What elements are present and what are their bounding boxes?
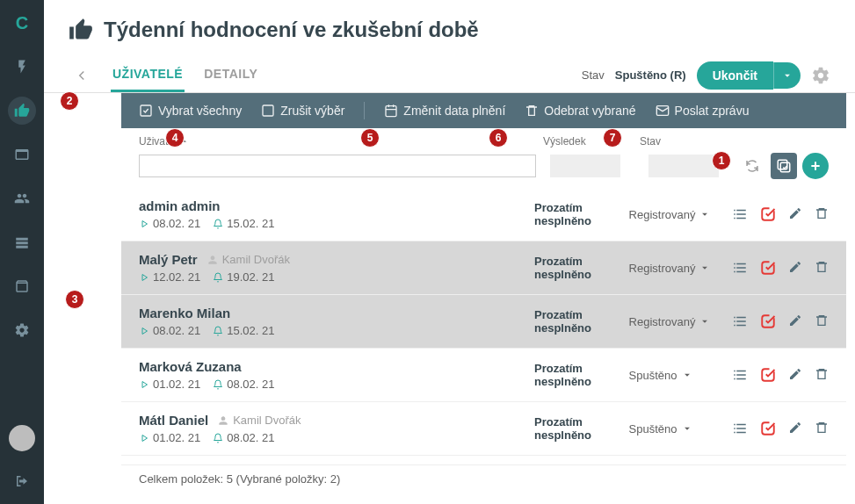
footer-summary: Celkem položek: 5 (Vybrané položky: 2) (121, 464, 846, 493)
change-dates-label: Změnit data plnění (403, 104, 505, 118)
row-actions (732, 260, 829, 276)
check-icon[interactable] (760, 206, 776, 222)
subheader: UŽIVATELÉ DETAILY Stav Spuštěno (R) Ukon… (44, 53, 855, 93)
delete-icon[interactable] (815, 313, 829, 329)
edit-icon[interactable] (788, 421, 802, 436)
row-main: Marková Zuzana 01.02. 21 08.02. 21 (139, 359, 534, 391)
select-all-label: Vybrat všechny (158, 104, 242, 118)
sidebar-item-bolt[interactable] (8, 53, 36, 81)
tabs: UŽIVATELÉ DETAILY (111, 58, 259, 92)
svg-rect-2 (386, 106, 396, 117)
deselect-button[interactable]: Zrušit výběr (261, 104, 344, 118)
user-row[interactable]: Marková Zuzana 01.02. 21 08.02. 21 Proza… (121, 349, 846, 402)
end-button-group: Ukončit (697, 61, 801, 90)
action-toolbar: Vybrat všechny Zrušit výběr Změnit data … (121, 93, 846, 128)
svg-rect-1 (263, 105, 273, 116)
check-icon[interactable] (760, 367, 776, 383)
marker-6: 6 (489, 128, 508, 148)
delete-icon[interactable] (815, 421, 829, 436)
start-date: 12.02. 21 (139, 270, 200, 284)
row-result: Prozatímnesplněno (534, 415, 629, 442)
add-button[interactable] (802, 153, 829, 179)
send-message-button[interactable]: Poslat zprávu (656, 104, 750, 118)
row-dates: 12.02. 21 19.02. 21 (139, 270, 534, 284)
list-icon[interactable] (732, 206, 748, 222)
state-filter-dropdown[interactable] (648, 155, 719, 177)
sidebar-item-gear[interactable] (8, 316, 36, 344)
list-icon[interactable] (732, 421, 748, 436)
row-state-dropdown[interactable]: Spuštěno (629, 369, 732, 382)
column-headers: Uživatel Výsledek Stav (121, 128, 846, 149)
reminder-date: 19.02. 21 (213, 270, 274, 284)
sidebar-item-users[interactable] (8, 184, 36, 212)
check-icon[interactable] (760, 421, 776, 436)
user-row[interactable]: Malý PetrKamil Dvořák 12.02. 21 19.02. 2… (121, 241, 846, 295)
check-icon[interactable] (760, 313, 776, 329)
row-dates: 01.02. 21 08.02. 21 (139, 431, 534, 444)
state-label: Stav (582, 68, 605, 82)
result-filter-dropdown[interactable] (550, 155, 620, 177)
sidebar-item-thumb[interactable] (8, 97, 36, 125)
row-state-dropdown[interactable]: Spuštěno (629, 422, 732, 436)
select-all-button[interactable]: Vybrat všechny (139, 104, 242, 118)
row-main: Marenko Milan 08.02. 21 15.02. 21 (139, 306, 534, 337)
delete-icon[interactable] (815, 260, 829, 276)
reminder-date: 15.02. 21 (213, 217, 274, 230)
edit-icon[interactable] (788, 367, 802, 383)
row-state-dropdown[interactable]: Registrovaný (629, 315, 732, 328)
change-dates-button[interactable]: Změnit data plnění (384, 104, 505, 118)
separator (364, 102, 365, 119)
row-result: Prozatímnesplněno (534, 201, 629, 227)
edit-icon[interactable] (788, 313, 802, 329)
end-button[interactable]: Ukončit (697, 61, 773, 90)
svg-rect-0 (141, 105, 151, 116)
row-main: admin admin 08.02. 21 15.02. 21 (139, 198, 534, 230)
marker-3: 3 (65, 290, 84, 309)
filter-row (121, 149, 846, 188)
bulk-check-button[interactable] (771, 153, 797, 179)
sidebar-item-card[interactable] (8, 140, 36, 169)
assignee: Kamil Dvořák (217, 414, 301, 427)
col-header-result[interactable]: Výsledek (543, 135, 640, 148)
edit-icon[interactable] (788, 206, 802, 222)
list-icon[interactable] (732, 367, 748, 383)
app-logo[interactable]: C (8, 9, 36, 37)
row-result: Prozatímnesplněno (534, 308, 629, 335)
end-button-dropdown[interactable] (773, 62, 801, 89)
user-row[interactable]: admin admin 08.02. 21 15.02. 21 Prozatím… (121, 188, 846, 241)
sidebar-avatar[interactable] (9, 425, 35, 451)
check-icon[interactable] (760, 260, 776, 276)
row-main: Malý PetrKamil Dvořák 12.02. 21 19.02. 2… (139, 252, 534, 284)
edit-icon[interactable] (788, 260, 802, 276)
delete-icon[interactable] (815, 367, 829, 383)
sidebar-item-logout[interactable] (8, 467, 36, 495)
sidebar-item-archive[interactable] (8, 272, 36, 300)
assignee: Kamil Dvořák (207, 253, 290, 266)
remove-selected-button[interactable]: Odebrat vybrané (525, 104, 635, 118)
settings-icon[interactable] (811, 66, 830, 85)
back-button[interactable] (69, 62, 95, 89)
row-state-dropdown[interactable]: Registrovaný (629, 208, 732, 221)
marker-7: 7 (603, 128, 622, 148)
row-state-dropdown[interactable]: Registrovaný (629, 262, 732, 275)
reminder-date: 08.02. 21 (213, 431, 274, 444)
tab-details[interactable]: DETAILY (202, 58, 259, 92)
sidebar: C (0, 0, 44, 504)
row-dates: 08.02. 21 15.02. 21 (139, 217, 534, 230)
list-icon[interactable] (732, 313, 748, 329)
list-icon[interactable] (732, 260, 748, 276)
sidebar-item-table[interactable] (8, 228, 36, 256)
user-row[interactable]: Mátl DanielKamil Dvořák 01.02. 21 08.02.… (121, 402, 846, 456)
user-name: Malý PetrKamil Dvořák (139, 252, 534, 267)
tab-users[interactable]: UŽIVATELÉ (111, 58, 185, 92)
refresh-button[interactable] (739, 153, 765, 179)
user-filter-input[interactable] (139, 155, 536, 177)
col-header-user[interactable]: Uživatel (139, 135, 543, 148)
state-value: Spuštěno (R) (615, 68, 686, 82)
user-row[interactable]: Marenko Milan 08.02. 21 15.02. 21 Prozat… (121, 295, 846, 349)
col-header-state[interactable]: Stav (640, 135, 745, 148)
delete-icon[interactable] (815, 206, 829, 222)
start-date: 01.02. 21 (139, 378, 200, 391)
user-name: Marková Zuzana (139, 359, 534, 374)
deselect-label: Zrušit výběr (280, 104, 344, 118)
